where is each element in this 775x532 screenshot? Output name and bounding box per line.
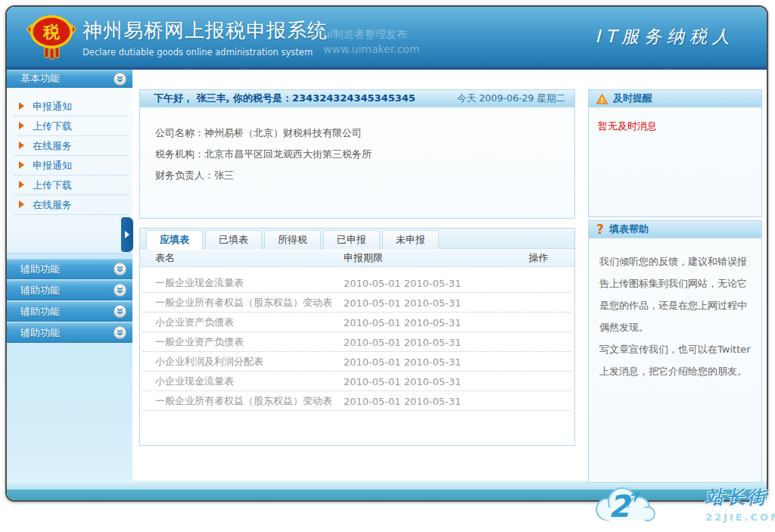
chevron-down-icon[interactable] xyxy=(114,326,126,339)
table-header: 表名 申报期限 操作 xyxy=(140,249,574,267)
sidebar-item-label: 申报通知 xyxy=(33,160,72,171)
chevron-down-icon[interactable] xyxy=(114,284,126,297)
sidebar-item-label: 上传下载 xyxy=(33,120,72,132)
header-watermark-line2: www.uimaker.com xyxy=(323,42,420,57)
greeting-prefix: 下午好， 张三丰, 你的税号是： xyxy=(154,92,292,104)
chevron-down-icon[interactable] xyxy=(114,73,126,86)
table-row: 小企业利润及利润分配表2010-05-01 2010-05-31 xyxy=(140,352,574,372)
declare-period: 2010-05-01 2010-05-31 xyxy=(344,376,503,387)
sidebar-item-label: 上传下载 xyxy=(33,179,72,191)
finance-contact-line: 财务负责人：张三 xyxy=(155,165,574,186)
sidebar-section-aux-2[interactable]: 辅助功能 xyxy=(7,280,132,300)
svg-text:2: 2 xyxy=(608,489,632,524)
company-info: 公司名称：神州易桥（北京）财税科技有限公司 税务机构：北京市昌平区回龙观西大街第… xyxy=(140,107,574,218)
sidebar-item-declare-notice[interactable]: 申报通知 xyxy=(7,97,132,117)
sidebar-item-upload-download-2[interactable]: 上传下载 xyxy=(7,176,132,195)
app-window: 税 神州易桥网上报税申报系统 Declare dutiable goods on… xyxy=(5,5,768,502)
table-row: 小企业现金流量表2010-05-01 2010-05-31 xyxy=(140,372,574,391)
sidebar-section-label: 基本功能 xyxy=(20,72,60,86)
table-row: 小企业资产负债表2010-05-01 2010-05-31 xyxy=(140,313,574,332)
sidebar-section-label: 辅助功能 xyxy=(20,263,60,276)
table-row: 一般企业资产负债表2010-05-01 2010-05-31 xyxy=(140,332,574,352)
tab-strip: 应填表 已填表 所得税 已申报 未申报 xyxy=(140,229,574,249)
form-name-link[interactable]: 一般企业现金流量表 xyxy=(140,276,344,290)
column-declare-period: 申报期限 xyxy=(344,251,503,265)
right-panel: ! 及时提醒 暂无及时消息 ? 填表帮助 我们倾听您的反馈，建议和错误报告上传图… xyxy=(582,70,767,481)
sidebar-section-label: 辅助功能 xyxy=(20,326,60,340)
sidebar-section-aux-3[interactable]: 辅助功能 xyxy=(7,301,132,322)
column-form-name: 表名 xyxy=(140,251,344,265)
tab-forms-filled[interactable]: 已填表 xyxy=(205,230,262,249)
sidebar-collapse-handle[interactable] xyxy=(121,217,133,252)
notice-header: ! 及时提醒 xyxy=(589,90,761,107)
bullet-arrow-icon xyxy=(19,122,24,129)
sidebar-item-label: 申报通知 xyxy=(33,101,72,112)
form-name-link[interactable]: 一般企业资产负债表 xyxy=(140,335,344,349)
bullet-arrow-icon xyxy=(19,161,24,169)
site-watermark-text: 站长街 22JIE.COM xyxy=(705,485,775,523)
notice-message: 暂无及时消息 xyxy=(589,107,761,216)
sidebar-item-label: 在线服务 xyxy=(33,199,72,210)
chevron-down-icon[interactable] xyxy=(114,305,126,318)
sidebar-section-basic-functions[interactable]: 基本功能 xyxy=(7,70,132,88)
help-paragraph: 写文章宣传我们，也可以在Twitter上发消息，把它介绍给您的朋友。 xyxy=(599,338,752,382)
tab-forms-to-fill[interactable]: 应填表 xyxy=(146,230,203,250)
greeting-bar: 下午好， 张三丰, 你的税号是：234324324345345345 今天 20… xyxy=(140,90,574,107)
app-title: 神州易桥网上报税申报系统 xyxy=(82,17,328,44)
svg-text:税: 税 xyxy=(42,23,61,42)
form-name-link[interactable]: 一般企业所有者权益（股东权益）变动表 xyxy=(140,394,344,408)
sidebar-section-aux-1[interactable]: 辅助功能 xyxy=(7,259,132,279)
site-watermark: 2 站长街 22JIE.COM xyxy=(648,484,769,529)
declare-period: 2010-05-01 2010-05-31 xyxy=(344,356,503,368)
help-header: ? 填表帮助 xyxy=(589,221,761,238)
tax-emblem-logo: 税 xyxy=(26,13,76,63)
header-watermark: ui制造者整理发布 www.uimaker.com xyxy=(323,26,420,57)
notice-title: 及时提醒 xyxy=(613,92,652,105)
tab-income-tax[interactable]: 所得税 xyxy=(264,230,321,249)
tab-undeclared[interactable]: 未申报 xyxy=(382,230,439,249)
form-name-link[interactable]: 一般企业所有者权益（股东权益）变动表 xyxy=(140,296,344,310)
tax-office-line: 税务机构：北京市昌平区回龙观西大街第三税务所 xyxy=(155,144,574,165)
main-content: 下午好， 张三丰, 你的税号是：234324324345345345 今天 20… xyxy=(132,70,582,481)
warning-icon: ! xyxy=(596,94,608,104)
app-subtitle: Declare dutiable goods online administra… xyxy=(82,47,328,58)
arrow-right-icon xyxy=(125,231,129,238)
chevron-down-icon[interactable] xyxy=(114,263,126,275)
sidebar-item-online-service-2[interactable]: 在线服务 xyxy=(7,195,132,215)
sidebar-item-upload-download[interactable]: 上传下载 xyxy=(7,117,132,136)
cloud-logo-icon: 2 xyxy=(589,482,658,530)
current-date: 今天 2009-06-29 星期二 xyxy=(457,92,565,105)
declare-period: 2010-05-01 2010-05-31 xyxy=(344,337,503,348)
declare-period: 2010-05-01 2010-05-31 xyxy=(344,278,503,289)
help-paragraph: 我们倾听您的反馈，建议和错误报告上传图标集到我们网站，无论它是您的作品，还是在您… xyxy=(599,250,752,338)
greeting-text: 下午好， 张三丰, 你的税号是：234324324345345345 xyxy=(154,92,416,105)
table-body: 一般企业现金流量表2010-05-01 2010-05-31 一般企业所有者权益… xyxy=(140,267,574,411)
header-watermark-line1: ui制造者整理发布 xyxy=(323,26,420,42)
forms-panel: 应填表 已填表 所得税 已申报 未申报 表名 申报期限 操作 一般企业现金流量表… xyxy=(139,228,575,446)
declare-period: 2010-05-01 2010-05-31 xyxy=(344,297,503,309)
form-name-link[interactable]: 小企业现金流量表 xyxy=(140,375,344,388)
tab-declared[interactable]: 已申报 xyxy=(323,230,380,249)
help-text: 我们倾听您的反馈，建议和错误报告上传图标集到我们网站，无论它是您的作品，还是在您… xyxy=(589,238,761,482)
sidebar-item-declare-notice-2[interactable]: 申报通知 xyxy=(7,156,132,176)
sidebar-section-label: 辅助功能 xyxy=(20,284,60,297)
notice-box: ! 及时提醒 暂无及时消息 xyxy=(588,89,762,217)
bullet-arrow-icon xyxy=(19,142,24,149)
bullet-arrow-icon xyxy=(19,201,24,208)
sidebar-section-label: 辅助功能 xyxy=(20,305,60,319)
column-operation: 操作 xyxy=(503,251,574,265)
form-name-link[interactable]: 小企业利润及利润分配表 xyxy=(140,355,344,369)
form-name-link[interactable]: 小企业资产负债表 xyxy=(140,316,344,329)
app-header: 税 神州易桥网上报税申报系统 Declare dutiable goods on… xyxy=(7,7,767,66)
company-name-line: 公司名称：神州易桥（北京）财税科技有限公司 xyxy=(155,123,574,144)
table-row: 一般企业所有者权益（股东权益）变动表2010-05-01 2010-05-31 xyxy=(140,293,574,313)
declare-period: 2010-05-01 2010-05-31 xyxy=(344,396,503,407)
help-box: ? 填表帮助 我们倾听您的反馈，建议和错误报告上传图标集到我们网站，无论它是您的… xyxy=(588,220,762,483)
sidebar-item-online-service[interactable]: 在线服务 xyxy=(7,136,132,156)
help-title: 填表帮助 xyxy=(609,222,649,236)
site-name: 站长街 xyxy=(705,485,775,509)
header-slogan: IT服务纳税人 xyxy=(595,25,735,48)
table-row: 一般企业现金流量表2010-05-01 2010-05-31 xyxy=(140,273,574,293)
site-url: 22JIE.COM xyxy=(705,512,775,523)
sidebar-section-aux-4[interactable]: 辅助功能 xyxy=(7,322,132,343)
